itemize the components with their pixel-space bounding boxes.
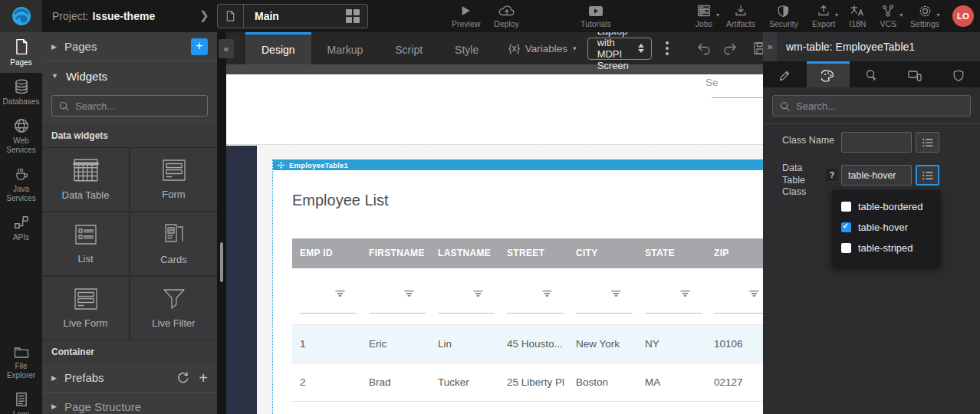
- option-table-hover[interactable]: table-hover: [832, 217, 940, 238]
- column-filter[interactable]: [568, 268, 637, 324]
- widget-search-input[interactable]: [75, 100, 210, 112]
- sidebar-item-logs[interactable]: Logs: [0, 386, 42, 414]
- table-row[interactable]: 1 Eric Lin 45 Housto... New York NY 1010…: [292, 324, 763, 363]
- filter-input[interactable]: [369, 313, 426, 314]
- vcs-menu[interactable]: ▾ VCS: [873, 4, 903, 28]
- tab-devices[interactable]: [893, 61, 937, 87]
- column-header[interactable]: STREET: [499, 238, 568, 268]
- tab-properties[interactable]: [763, 61, 807, 87]
- export-menu[interactable]: ▾ Export: [805, 4, 842, 28]
- checkbox[interactable]: [841, 243, 851, 253]
- option-table-striped[interactable]: table-striped: [832, 238, 940, 258]
- widget-tile-list[interactable]: List: [42, 212, 129, 275]
- checkbox[interactable]: [841, 202, 851, 212]
- page-structure-section-header[interactable]: ▶ Page Structure: [42, 392, 217, 414]
- deploy-button[interactable]: Deploy: [487, 0, 526, 32]
- add-page-button[interactable]: +: [191, 38, 208, 55]
- sidebar-item-apis[interactable]: APIs: [0, 209, 42, 248]
- page-grid-icon[interactable]: [346, 9, 360, 23]
- page-search-field[interactable]: Se: [705, 77, 763, 88]
- page-header-bar[interactable]: [226, 64, 763, 74]
- filter-icon[interactable]: [680, 290, 690, 297]
- preview-button[interactable]: Preview: [445, 0, 487, 32]
- filter-input[interactable]: [576, 313, 633, 314]
- filter-input[interactable]: [507, 313, 564, 314]
- filter-input[interactable]: [714, 313, 763, 314]
- widget-tile-live-form[interactable]: Live Form: [42, 277, 129, 340]
- filter-icon[interactable]: [542, 290, 552, 297]
- tab-markup[interactable]: Markup: [311, 32, 380, 64]
- user-avatar[interactable]: LO: [952, 5, 974, 27]
- app-logo[interactable]: [0, 0, 42, 32]
- widget-tile-live-filter[interactable]: Live Filter: [130, 277, 217, 340]
- column-header[interactable]: EMP ID: [292, 238, 361, 268]
- column-filter[interactable]: [706, 268, 763, 324]
- refresh-icon[interactable]: [177, 372, 189, 384]
- widgets-section-header[interactable]: ▼ Widgets: [42, 61, 217, 90]
- column-filter[interactable]: [430, 268, 499, 324]
- filter-input[interactable]: [645, 313, 702, 314]
- tab-design[interactable]: Design: [245, 32, 311, 64]
- filter-icon[interactable]: [404, 290, 414, 297]
- tutorials-button[interactable]: Tutorials: [574, 0, 618, 32]
- class-name-list-button[interactable]: [916, 132, 939, 153]
- column-filter[interactable]: [361, 268, 430, 324]
- column-header[interactable]: CITY: [568, 238, 637, 268]
- widget-selection-label[interactable]: EmployeeTable1: [273, 159, 763, 170]
- variables-button[interactable]: {x} Variables ▾: [508, 32, 576, 64]
- column-header[interactable]: FIRSTNAME: [361, 238, 430, 268]
- selected-table-widget[interactable]: EmployeeTable1 Employee List EMP ID FIRS…: [272, 159, 763, 414]
- sidebar-item-pages[interactable]: Pages: [0, 32, 42, 73]
- more-options-button[interactable]: [666, 41, 669, 55]
- help-badge[interactable]: ?: [826, 169, 838, 181]
- pages-section-header[interactable]: ▶ Pages +: [42, 32, 217, 61]
- column-filter[interactable]: [637, 268, 706, 324]
- breadcrumb-chevron-icon[interactable]: ❯: [199, 8, 209, 22]
- add-prefab-icon[interactable]: +: [199, 370, 208, 386]
- sidebar-item-web-services[interactable]: Web Services: [0, 112, 42, 160]
- redo-button[interactable]: [722, 42, 737, 55]
- settings-menu[interactable]: ▾ Settings: [903, 4, 946, 28]
- sidebar-item-databases[interactable]: Databases: [0, 73, 42, 112]
- filter-input[interactable]: [438, 313, 495, 314]
- column-filter[interactable]: [499, 268, 568, 324]
- option-table-bordered[interactable]: table-bordered: [832, 196, 940, 217]
- column-header[interactable]: LASTNAME: [430, 238, 499, 268]
- open-page-tab[interactable]: Main: [217, 4, 368, 28]
- collapse-panel-button[interactable]: «: [219, 39, 234, 58]
- properties-search-input[interactable]: [796, 100, 963, 112]
- page-left-nav[interactable]: [226, 146, 257, 414]
- column-header[interactable]: STATE: [637, 238, 706, 268]
- tab-styles[interactable]: [807, 61, 850, 87]
- sidebar-item-file-explorer[interactable]: File Explorer: [0, 339, 42, 386]
- data-table-class-list-button[interactable]: [916, 165, 939, 186]
- i18n-menu[interactable]: I18N: [842, 4, 873, 28]
- sidebar-item-java-services[interactable]: Java Services: [0, 160, 42, 209]
- class-name-input[interactable]: [841, 132, 912, 153]
- filter-icon[interactable]: [335, 290, 345, 297]
- widget-tile-data-table[interactable]: Data Table: [42, 148, 129, 211]
- tab-style[interactable]: Style: [439, 32, 495, 64]
- filter-icon[interactable]: [473, 290, 483, 297]
- move-icon[interactable]: [278, 162, 284, 169]
- expand-panel-button[interactable]: »: [763, 32, 777, 61]
- checkbox[interactable]: [841, 222, 851, 232]
- column-header[interactable]: ZIP: [706, 238, 763, 268]
- column-filter[interactable]: [292, 268, 361, 324]
- widget-tile-form[interactable]: Form: [130, 148, 217, 211]
- table-row[interactable]: 2 Brad Tucker 25 Liberty Pl Boston MA 02…: [292, 363, 763, 401]
- design-canvas[interactable]: Se EmployeeTable1 Employee List EMP ID F…: [226, 64, 763, 414]
- security-menu[interactable]: Security: [762, 4, 805, 28]
- tab-security[interactable]: [936, 61, 980, 87]
- data-table-class-input[interactable]: [841, 165, 912, 186]
- filter-input[interactable]: [300, 313, 357, 314]
- undo-button[interactable]: [697, 42, 712, 55]
- filter-icon[interactable]: [749, 290, 759, 297]
- artifacts-menu[interactable]: Artifacts: [719, 4, 762, 28]
- panel-scrollbar[interactable]: [220, 242, 223, 282]
- jobs-menu[interactable]: ▾ Jobs: [689, 4, 719, 28]
- filter-icon[interactable]: [611, 290, 621, 297]
- tab-events[interactable]: [850, 61, 893, 87]
- widget-tile-cards[interactable]: Cards: [130, 212, 217, 275]
- tab-script[interactable]: Script: [379, 32, 439, 64]
